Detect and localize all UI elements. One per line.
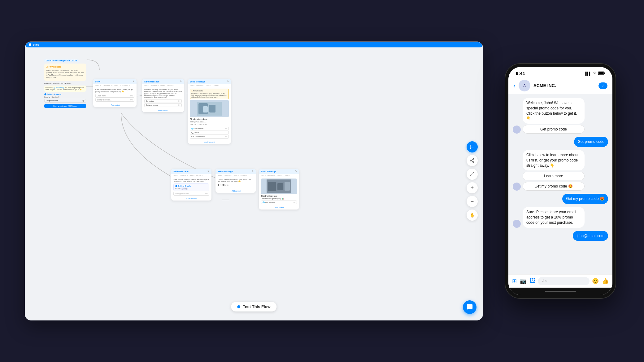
chat-header: ‹ A ACME INC. ✓ (508, 77, 612, 94)
get-promo-code-btn[interactable]: Get my promo code 😍 (523, 182, 585, 191)
send5-add[interactable]: + Add content (259, 206, 299, 210)
expand-icon-btn[interactable] (467, 169, 478, 180)
start-label: Start (33, 43, 39, 46)
phone-container: 9:41 ▐▌▌ (502, 63, 619, 299)
back-button[interactable]: ‹ (513, 82, 516, 89)
svg-rect-3 (203, 106, 208, 113)
send5-visit-btn[interactable]: 🌐 Visit website 0% (261, 201, 297, 204)
send5-title: Send Message (261, 170, 276, 173)
send1-text: We are a one-stop platform for all your … (144, 89, 182, 98)
send4-stats: Sent 0 Delivered 0 Seen 0 Clicked 0 (215, 174, 256, 177)
send3-text: Sure. Please share your email address to… (173, 179, 209, 182)
send1-edit[interactable]: ✎ (180, 80, 182, 83)
store-address: 22 High Ave, 111111 (190, 121, 229, 123)
note-title: ⚠ Private note (46, 65, 84, 68)
send3-add[interactable]: + Add content (171, 197, 211, 201)
verify-button[interactable]: ✓ (598, 82, 607, 89)
send1-promo-btn[interactable]: Get promo code 0% (144, 103, 182, 107)
flow-btn-learn[interactable]: Learn more 0% (95, 94, 134, 98)
send5-cta: Click below to go shopping 🛍️ (261, 198, 297, 200)
send5-edit[interactable]: ✎ (295, 170, 297, 173)
flow-btn-promo[interactable]: Get my promo co... 0% (95, 98, 134, 102)
phone-mockup: 9:41 ▐▌▌ (505, 63, 616, 299)
send4-add[interactable]: + Add content (215, 189, 256, 193)
flow-sidebar: + − ✋ (467, 141, 478, 221)
svg-rect-16 (604, 72, 605, 74)
send4-title: Send Message (218, 170, 233, 173)
svg-rect-7 (285, 182, 290, 191)
send2-stats: Sent 0 Delivered 0 Seen 0 Clicked 0 (188, 84, 231, 87)
msg-bubble-4: Get my promo code 😍 (562, 194, 608, 204)
status-bar: 9:41 ▐▌▌ (508, 67, 612, 77)
company-name: ACME INC. (533, 83, 595, 88)
send2-product-image (190, 100, 229, 117)
send3-title: Send Message (173, 170, 189, 173)
input-placeholder: Aa (542, 279, 547, 283)
flow-node: Flow ✎ Sent0 Delivered0 Seen0 Clicked0 C… (93, 79, 137, 107)
status-icons: ▐▌▌ (584, 71, 605, 76)
image-icon[interactable]: 🖼 (530, 278, 535, 285)
get-promo-btn[interactable]: Get a promo code 0% (190, 135, 229, 139)
battery-icon (598, 71, 605, 76)
svg-rect-17 (598, 72, 604, 74)
send2-add[interactable]: + Add content (188, 140, 231, 144)
chat-bubble-fab[interactable] (463, 300, 476, 314)
send4-edit[interactable]: ✎ (252, 170, 254, 173)
get-promo-qr-btn[interactable]: Get promo code (523, 125, 585, 134)
msg-avatar-3 (513, 183, 521, 191)
send-msg-1: Send Message ✎ Sent 0 Delivered 0 Seen 0… (142, 79, 184, 112)
test-flow-label: Test This Flow (243, 304, 270, 309)
email-placeholder[interactable]: name@email.com 0% (173, 192, 209, 196)
send1-title: Send Message (144, 81, 159, 83)
chat-icon-btn[interactable] (467, 141, 478, 152)
flow-add-content[interactable]: + Add content (93, 103, 137, 107)
send3-edit[interactable]: ✎ (207, 170, 209, 173)
svg-line-11 (472, 161, 473, 162)
send2-note: ⚠ Private note Tell visitors more about … (190, 89, 229, 99)
share-icon-btn[interactable] (467, 155, 478, 166)
greeting-preview: Welcome, {{First name}}! We have a speci… (44, 86, 86, 92)
emoji-icon[interactable]: 😊 (592, 278, 599, 285)
send5-header: Send Message ✎ (259, 169, 299, 174)
greeting-label: Greeting: Text and Quick Replies (44, 82, 86, 84)
ctm-node: Click-to-Messenger Ads JSON ⚠ Private no… (44, 59, 86, 108)
input-actions: 😊 👍 (592, 278, 609, 285)
flow-edit-icon[interactable]: ✎ (133, 80, 134, 83)
msg-bubble-6: john@gmail.com (573, 231, 608, 241)
message-input[interactable]: Aa (538, 277, 590, 285)
hand-tool-btn[interactable]: ✋ (467, 210, 478, 221)
send1-add[interactable]: + Add content (142, 108, 184, 112)
like-icon[interactable]: 👍 (602, 278, 609, 285)
home-indicator (508, 288, 612, 295)
msg-1-buttons: Get promo code (523, 125, 585, 134)
apps-icon[interactable]: ⊞ (512, 278, 517, 285)
copy-json-btn[interactable]: Copy greeting as JSON code (44, 104, 86, 108)
send1-contact-btn[interactable]: Contact us 0% (144, 99, 182, 103)
wifi-icon (593, 71, 597, 76)
msg-row-1: Welcome, John! We have a special promo c… (513, 98, 608, 134)
visit-web-btn[interactable]: 🌐 Visit website 0% (190, 127, 229, 130)
send2-edit[interactable]: ✎ (227, 80, 229, 83)
send3-header: Send Message ✎ (171, 169, 211, 174)
learn-more-btn[interactable]: Learn more (523, 172, 585, 180)
start-dot (29, 43, 31, 46)
test-dot (237, 305, 240, 308)
svg-rect-5 (268, 182, 276, 191)
promo-code: 10OFF (218, 183, 254, 187)
test-flow-btn[interactable]: Test This Flow (231, 302, 276, 311)
camera-icon[interactable]: 📷 (520, 278, 527, 285)
store-name: Electronics store (190, 118, 229, 120)
msg-bubble-group-1: Welcome, John! We have a special promo c… (523, 98, 585, 134)
msg-bubble-2: Get promo code (574, 137, 608, 147)
home-bar (545, 291, 576, 292)
status-time: 9:41 (516, 71, 525, 76)
call-us-btn[interactable]: 📞 Call us (190, 131, 229, 135)
zoom-in-btn[interactable]: + (467, 182, 478, 193)
zoom-out-btn[interactable]: − (467, 196, 478, 207)
flow-panel: Start Click-to-Messenger Ads JSON ⚠ Priv… (25, 42, 483, 320)
svg-point-9 (470, 160, 472, 161)
company-avatar: A (519, 80, 530, 91)
msg-bubble-3: Click below to learn more about us first… (523, 150, 585, 170)
msg-avatar-1 (513, 126, 521, 134)
flow-node-header: Flow ✎ (93, 79, 137, 84)
